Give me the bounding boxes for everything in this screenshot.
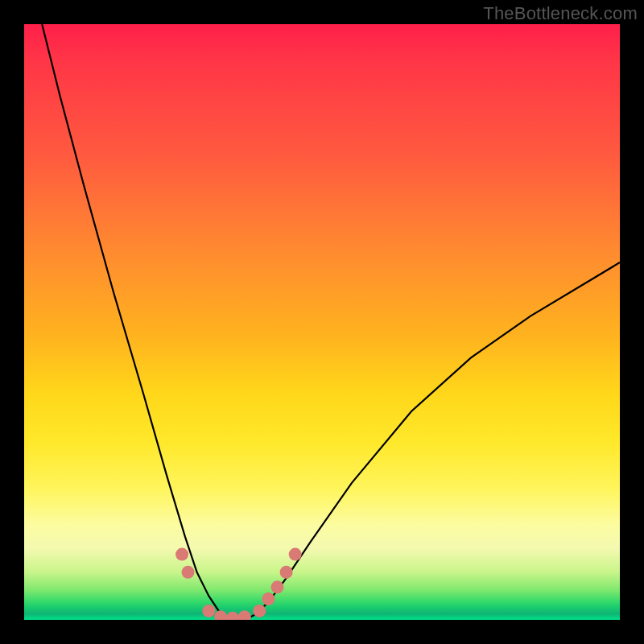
plot-area: [24, 24, 620, 620]
curve-markers: [175, 548, 302, 620]
curve-marker: [226, 612, 239, 620]
bottleneck-curve-svg: [24, 24, 620, 620]
chart-frame: TheBottleneck.com: [0, 0, 644, 644]
curve-marker: [289, 548, 302, 561]
watermark-text: TheBottleneck.com: [483, 3, 638, 24]
curve-marker: [262, 592, 275, 605]
curve-marker: [271, 580, 284, 593]
curve-marker: [214, 610, 227, 620]
curve-marker: [182, 566, 195, 579]
curve-marker: [253, 605, 266, 617]
curve-marker: [202, 605, 215, 617]
curve-marker: [238, 610, 251, 620]
curve-marker: [175, 548, 188, 561]
bottleneck-curve: [42, 24, 620, 620]
curve-marker: [280, 566, 293, 579]
